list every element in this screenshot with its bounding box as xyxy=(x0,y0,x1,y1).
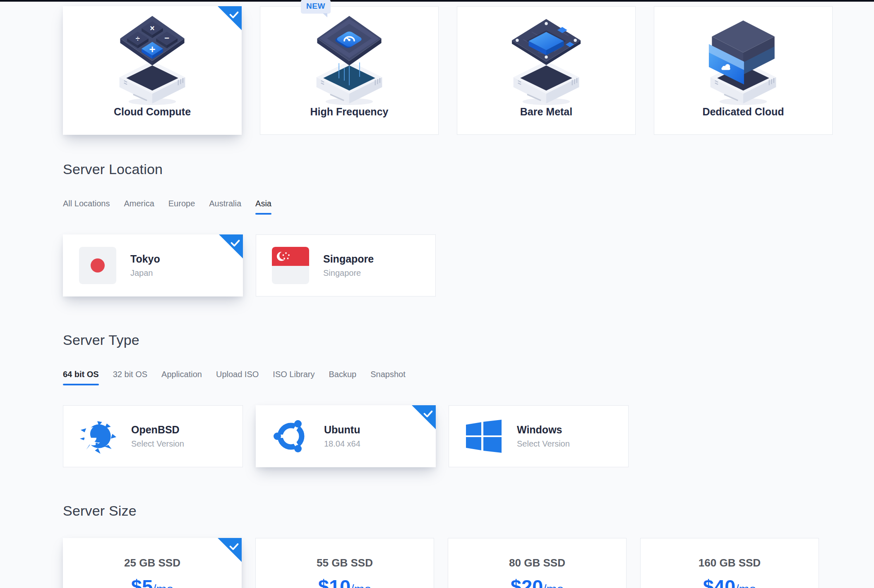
os-version: Select Version xyxy=(517,439,570,449)
tab-snapshot[interactable]: Snapshot xyxy=(370,370,406,385)
size-price: $40/mo xyxy=(641,575,819,588)
product-label: Cloud Compute xyxy=(63,106,241,118)
openbsd-icon xyxy=(79,418,117,455)
singapore-flag-icon xyxy=(272,247,309,284)
product-card-high-frequency[interactable]: NEW xyxy=(260,6,439,135)
location-country: Singapore xyxy=(323,268,374,278)
size-price: $20/mo xyxy=(448,575,626,588)
tab-asia[interactable]: Asia xyxy=(255,199,271,215)
svg-text:×: × xyxy=(150,24,154,33)
tab-iso-library[interactable]: ISO Library xyxy=(273,370,315,385)
size-price: $10/mo xyxy=(256,575,434,588)
server-product-row: × ÷ − + Cloud Compute NEW xyxy=(63,6,874,135)
svg-text:+: + xyxy=(149,43,155,55)
os-cards-row: OpenBSD Select Version xyxy=(63,405,874,467)
server-location-title: Server Location xyxy=(63,161,874,177)
tab-upload-iso[interactable]: Upload ISO xyxy=(216,370,259,385)
selected-checkmark-icon xyxy=(412,405,436,429)
location-card-singapore[interactable]: Singapore Singapore xyxy=(256,234,436,296)
svg-text:−: − xyxy=(164,33,169,43)
os-card-openbsd[interactable]: OpenBSD Select Version xyxy=(63,405,243,467)
tab-32-bit-os[interactable]: 32 bit OS xyxy=(113,370,147,385)
ubuntu-icon xyxy=(272,418,310,455)
os-version: Select Version xyxy=(131,439,184,449)
location-tabs: All Locations America Europe Australia A… xyxy=(63,199,874,215)
size-price: $5/mo xyxy=(63,575,241,588)
tab-america[interactable]: America xyxy=(124,199,154,215)
product-card-cloud-compute[interactable]: × ÷ − + Cloud Compute xyxy=(63,6,242,135)
selected-checkmark-icon xyxy=(219,234,243,258)
tab-64-bit-os[interactable]: 64 bit OS xyxy=(63,370,99,385)
japan-flag-icon xyxy=(79,247,116,284)
os-version: 18.04 x64 xyxy=(324,439,360,449)
location-card-tokyo[interactable]: Tokyo Japan xyxy=(63,234,243,296)
svg-text:÷: ÷ xyxy=(136,34,140,43)
product-card-dedicated-cloud[interactable]: Dedicated Cloud xyxy=(654,6,833,135)
os-card-windows[interactable]: Windows Select Version xyxy=(449,405,629,467)
product-card-bare-metal[interactable]: Bare Metal xyxy=(457,6,636,135)
os-name: Windows xyxy=(517,424,570,436)
location-city: Singapore xyxy=(323,253,374,265)
size-storage: 25 GB SSD xyxy=(63,557,241,569)
top-border-bar xyxy=(0,0,874,2)
size-storage: 160 GB SSD xyxy=(641,557,819,569)
tab-backup[interactable]: Backup xyxy=(329,370,356,385)
os-name: OpenBSD xyxy=(131,424,184,436)
product-label: Bare Metal xyxy=(457,106,635,118)
server-type-tabs: 64 bit OS 32 bit OS Application Upload I… xyxy=(63,370,874,385)
bare-metal-illustration xyxy=(457,7,635,105)
size-cards-row: 25 GB SSD $5/mo $0.007/h 55 GB SSD $10/m… xyxy=(63,538,874,588)
size-storage: 80 GB SSD xyxy=(448,557,626,569)
tab-europe[interactable]: Europe xyxy=(168,199,195,215)
os-card-ubuntu[interactable]: Ubuntu 18.04 x64 xyxy=(256,405,436,467)
os-name: Ubuntu xyxy=(324,424,360,436)
tab-australia[interactable]: Australia xyxy=(209,199,241,215)
size-card-160gb[interactable]: 160 GB SSD $40/mo $0.060/h xyxy=(640,538,819,588)
size-storage: 55 GB SSD xyxy=(256,557,434,569)
high-frequency-illustration xyxy=(260,7,438,105)
tab-application[interactable]: Application xyxy=(161,370,202,385)
tab-all-locations[interactable]: All Locations xyxy=(63,199,110,215)
product-label: Dedicated Cloud xyxy=(654,106,832,118)
size-card-80gb[interactable]: 80 GB SSD $20/mo $0.030/h xyxy=(448,538,627,588)
dedicated-cloud-illustration xyxy=(654,7,832,105)
product-label: High Frequency xyxy=(260,106,438,118)
server-type-title: Server Type xyxy=(63,332,874,348)
windows-icon xyxy=(465,418,503,455)
size-card-25gb[interactable]: 25 GB SSD $5/mo $0.007/h xyxy=(63,538,242,588)
location-city: Tokyo xyxy=(130,253,160,265)
cloud-compute-illustration: × ÷ − + xyxy=(63,7,241,105)
new-badge: NEW xyxy=(301,0,331,14)
location-cards-row: Tokyo Japan Singapore Singapore xyxy=(63,234,874,296)
server-size-title: Server Size xyxy=(63,503,874,519)
size-card-55gb[interactable]: 55 GB SSD $10/mo $0.015/h xyxy=(255,538,434,588)
location-country: Japan xyxy=(130,268,160,278)
